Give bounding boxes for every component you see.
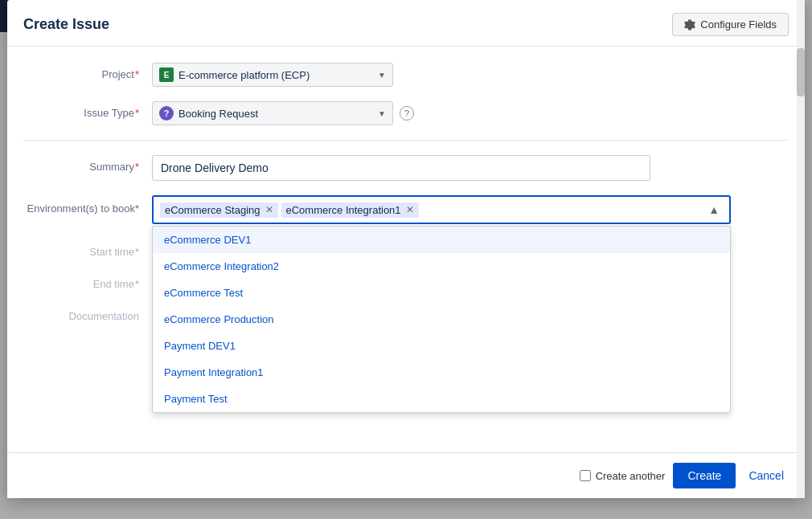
issue-type-chevron-icon: ▼	[378, 109, 386, 118]
configure-fields-button[interactable]: Configure Fields	[672, 13, 789, 36]
tag-ecommerce-integration1: eCommerce Integration1 ✕	[281, 202, 419, 218]
cancel-button[interactable]: Cancel	[744, 463, 789, 488]
project-row: Project* E E-commerce platform (ECP) ▼	[23, 63, 789, 87]
modal-footer: Create another Create Cancel	[7, 452, 805, 498]
environments-row: Environment(s) to book* eCommerce Stagin…	[23, 195, 789, 224]
environments-label: Environment(s) to book*	[23, 195, 152, 216]
issue-type-icon: ?	[159, 106, 174, 121]
create-another-checkbox-label[interactable]: Create another	[580, 470, 666, 482]
chevron-up-icon[interactable]: ▲	[705, 202, 723, 218]
create-another-checkbox[interactable]	[580, 470, 591, 481]
issue-type-control-row: ? Booking Request ▼ ?	[152, 101, 789, 125]
dropdown-item-payment-integration1[interactable]: Payment Integration1	[153, 359, 730, 386]
issue-type-field: ? Booking Request ▼ ?	[152, 101, 789, 125]
end-time-label: End time*	[23, 272, 152, 290]
configure-fields-label: Configure Fields	[700, 18, 777, 31]
summary-label: Summary*	[23, 155, 152, 173]
scrollbar-track	[797, 0, 805, 498]
gear-icon	[684, 19, 695, 31]
create-another-label: Create another	[596, 470, 666, 482]
summary-input[interactable]	[152, 155, 650, 181]
dropdown-item-production[interactable]: eCommerce Production	[153, 306, 730, 333]
dropdown-item-test[interactable]: eCommerce Test	[153, 280, 730, 306]
scrollbar-thumb[interactable]	[797, 48, 805, 96]
modal-title: Create Issue	[23, 16, 109, 33]
tag-remove-integration1[interactable]: ✕	[406, 204, 414, 215]
project-name: E-commerce platform (ECP)	[178, 69, 373, 81]
project-icon: E	[159, 67, 174, 82]
modal-overlay: Create Issue Configure Fields Project*	[0, 0, 812, 519]
summary-row: Summary*	[23, 155, 789, 181]
create-button[interactable]: Create	[673, 463, 736, 488]
issue-type-row: Issue Type* ? Booking Request ▼ ?	[23, 101, 789, 125]
modal-body[interactable]: Project* E E-commerce platform (ECP) ▼ I…	[7, 47, 805, 452]
project-field: E E-commerce platform (ECP) ▼	[152, 63, 789, 87]
help-icon[interactable]: ?	[400, 106, 414, 121]
project-label: Project*	[23, 63, 152, 80]
environments-dropdown: eCommerce DEV1 eCommerce Integration2 eC…	[152, 226, 731, 413]
project-select[interactable]: E E-commerce platform (ECP) ▼	[152, 63, 393, 87]
dropdown-item-payment-dev1[interactable]: Payment DEV1	[153, 333, 730, 359]
tag-ecommerce-staging: eCommerce Staging ✕	[160, 202, 278, 218]
create-issue-modal: Create Issue Configure Fields Project*	[7, 0, 805, 498]
tag-input-container[interactable]: eCommerce Staging ✕ eCommerce Integratio…	[152, 195, 731, 224]
dropdown-item-integration2[interactable]: eCommerce Integration2	[153, 253, 730, 280]
issue-type-select[interactable]: ? Booking Request ▼	[152, 101, 393, 125]
modal-header: Create Issue Configure Fields	[7, 0, 805, 47]
tag-remove-staging[interactable]: ✕	[265, 204, 273, 215]
tag-label: eCommerce Integration1	[286, 204, 401, 216]
chevron-down-icon: ▼	[378, 71, 386, 80]
dropdown-item-dev1[interactable]: eCommerce DEV1	[153, 227, 730, 253]
documentation-label: Documentation	[23, 304, 152, 322]
summary-field	[152, 155, 789, 181]
issue-type-label: Issue Type*	[23, 101, 152, 119]
start-time-label: Start time*	[23, 240, 152, 258]
section-divider	[23, 140, 789, 141]
dropdown-item-payment-test[interactable]: Payment Test	[153, 386, 730, 412]
tag-search-input[interactable]	[422, 202, 703, 218]
issue-type-name: Booking Request	[178, 108, 373, 120]
environments-field: eCommerce Staging ✕ eCommerce Integratio…	[152, 195, 789, 224]
tag-label: eCommerce Staging	[165, 204, 260, 216]
